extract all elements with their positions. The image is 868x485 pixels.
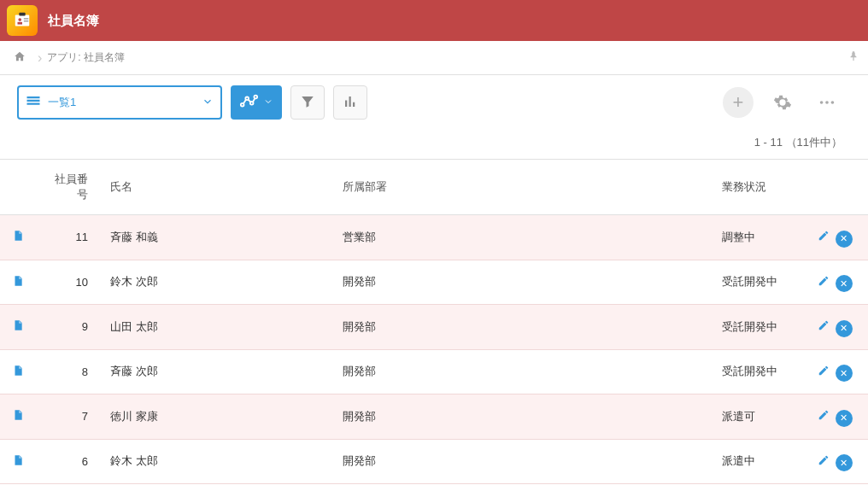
col-id[interactable]: 社員番号 [36,160,102,215]
cell-id: 7 [36,394,102,440]
cell-status: 派遣可 [713,394,800,440]
cell-dept: 開発部 [334,349,713,394]
table-row[interactable]: 9山田 太郎開発部受託開発中✕ [0,305,868,350]
records-table: 社員番号 氏名 所属部署 業務状況 11斉藤 和義営業部調整中✕10鈴木 次郎開… [0,159,868,484]
table-row[interactable]: 8斉藤 次郎開発部受託開発中✕ [0,349,868,394]
app-header: 社員名簿 [0,0,868,41]
svg-point-16 [820,101,824,104]
chevron-right-icon: › [38,50,42,66]
edit-button[interactable] [815,406,832,424]
table-row[interactable]: 6鈴木 太郎開発部派遣中✕ [0,439,868,484]
svg-rect-4 [24,18,29,19]
cell-status: 受託開発中 [713,349,800,394]
table-row[interactable]: 7徳川 家康開発部派遣可✕ [0,394,868,440]
document-icon[interactable] [12,412,24,424]
home-icon[interactable] [14,50,26,65]
table-row[interactable]: 10鈴木 次郎開発部受託開発中✕ [0,260,868,305]
svg-point-2 [18,18,21,21]
col-dept[interactable]: 所属部署 [334,160,713,215]
svg-rect-3 [18,22,23,25]
cell-status: 受託開発中 [713,260,800,305]
svg-point-18 [831,101,835,104]
edit-button[interactable] [815,362,832,379]
svg-rect-7 [27,99,40,101]
document-icon[interactable] [12,322,24,335]
delete-button[interactable]: ✕ [836,454,853,471]
svg-rect-13 [345,100,347,107]
line-chart-icon [239,92,258,114]
table-row[interactable]: 11斉藤 和義営業部調整中✕ [0,215,868,260]
cell-id: 8 [36,349,102,394]
view-label: 一覧1 [48,95,202,110]
document-icon[interactable] [12,457,24,470]
cell-dept: 開発部 [334,260,713,305]
document-icon[interactable] [12,278,24,290]
settings-button[interactable] [767,87,798,118]
cell-dept: 開発部 [334,305,713,350]
pager-text: 1 - 11 （11件中） [0,130,868,159]
cell-dept: 開発部 [334,439,713,484]
pin-icon[interactable] [847,50,859,65]
cell-dept: 開発部 [334,394,713,440]
delete-button[interactable]: ✕ [836,275,853,292]
delete-button[interactable]: ✕ [836,231,853,248]
svg-rect-8 [27,102,40,104]
app-title: 社員名簿 [48,13,99,29]
cell-status: 受託開発中 [713,305,800,350]
edit-button[interactable] [815,317,832,334]
cell-name: 鈴木 太郎 [102,439,334,484]
toolbar-right: + [723,87,851,118]
funnel-icon [300,94,315,112]
chart-button[interactable] [333,85,367,120]
delete-button[interactable]: ✕ [836,320,853,337]
cell-id: 11 [36,215,102,260]
svg-point-12 [254,95,257,98]
cell-name: 斉藤 和義 [102,215,334,260]
delete-button[interactable]: ✕ [836,410,853,427]
svg-rect-5 [24,20,29,21]
svg-rect-1 [19,13,25,16]
cell-status: 調整中 [713,215,800,260]
cell-dept: 営業部 [334,215,713,260]
table-header-row: 社員番号 氏名 所属部署 業務状況 [0,160,868,215]
edit-button[interactable] [815,272,832,289]
edit-button[interactable] [815,452,832,469]
graph-button[interactable] [231,85,282,120]
cell-status: 派遣中 [713,439,800,484]
add-button[interactable]: + [723,87,754,118]
app-icon [7,5,38,36]
filter-button[interactable] [290,85,325,120]
svg-rect-14 [349,96,351,107]
toolbar: 一覧1 + [0,75,868,130]
chevron-down-icon [202,96,214,110]
svg-point-17 [825,101,829,104]
more-button[interactable] [812,87,842,118]
cell-id: 9 [36,305,102,350]
col-name[interactable]: 氏名 [102,160,334,215]
document-icon[interactable] [12,367,24,380]
breadcrumb: › アプリ: 社員名簿 [0,41,868,75]
cell-name: 斉藤 次郎 [102,349,334,394]
chevron-down-icon [263,96,273,109]
view-selector[interactable]: 一覧1 [17,85,222,120]
bar-chart-icon [343,94,358,112]
delete-button[interactable]: ✕ [836,365,853,382]
col-status[interactable]: 業務状況 [713,160,800,215]
svg-rect-6 [27,96,40,98]
cell-name: 徳川 家康 [102,394,334,440]
edit-button[interactable] [815,227,832,244]
document-icon[interactable] [12,232,24,245]
cell-name: 鈴木 次郎 [102,260,334,305]
cell-id: 10 [36,260,102,305]
cell-id: 6 [36,439,102,484]
breadcrumb-text[interactable]: アプリ: 社員名簿 [47,50,125,65]
grid-icon [26,94,41,112]
cell-name: 山田 太郎 [102,305,334,350]
svg-rect-15 [353,102,355,106]
